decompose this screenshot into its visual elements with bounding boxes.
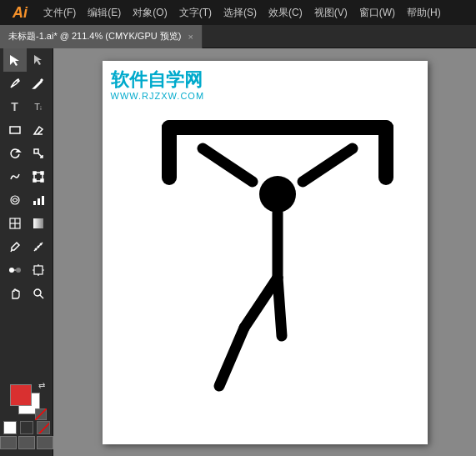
tool-row-4 (0, 118, 53, 142)
measure-tool[interactable] (27, 235, 50, 258)
column-graph-tool[interactable] (27, 188, 50, 212)
color-section: ⇄ (0, 378, 53, 456)
menu-select[interactable]: 选择(S) (218, 3, 262, 23)
svg-line-35 (278, 278, 282, 336)
tool-row-1 (0, 48, 53, 72)
inside-mode-button[interactable] (37, 436, 53, 449)
foreground-color-box[interactable] (10, 384, 32, 406)
symbol-tool[interactable] (3, 188, 27, 212)
svg-point-15 (16, 268, 21, 273)
scale-tool[interactable] (27, 142, 50, 165)
tool-row-7 (0, 188, 53, 212)
canvas-area: 软件自学网 WWW.RJZXW.COM (53, 48, 476, 456)
normal-mode-button[interactable] (0, 436, 17, 449)
watermark-url: WWW.RJZXW.COM (111, 91, 205, 102)
svg-line-25 (38, 422, 50, 434)
tab-bar: 未标题-1.ai* @ 211.4% (CMYK/GPU 预览) × (0, 25, 476, 48)
tool-row-2 (0, 72, 53, 95)
menu-window[interactable]: 窗口(W) (354, 3, 400, 23)
svg-point-31 (259, 176, 296, 213)
free-transform-tool[interactable] (27, 165, 50, 188)
watermark-title: 软件自学网 (111, 69, 205, 91)
stroke-swatch[interactable] (20, 421, 33, 434)
svg-rect-8 (38, 198, 40, 205)
svg-rect-0 (10, 127, 20, 133)
menu-edit[interactable]: 编辑(E) (83, 3, 126, 23)
swap-colors-icon[interactable]: ⇄ (38, 381, 45, 390)
svg-rect-13 (33, 218, 43, 228)
svg-point-21 (34, 289, 41, 296)
tool-row-5 (0, 142, 53, 165)
eyedropper-tool[interactable] (3, 235, 27, 258)
app-logo: Ai (7, 0, 33, 25)
menu-effect[interactable]: 效果(C) (263, 3, 308, 23)
svg-rect-16 (34, 266, 43, 274)
gradient-tool[interactable] (27, 212, 50, 235)
no-color-icon[interactable] (35, 408, 47, 419)
behind-mode-button[interactable] (18, 436, 35, 449)
tool-row-6 (0, 165, 53, 188)
svg-line-29 (203, 148, 253, 182)
menu-bar: 文件(F) 编辑(E) 对象(O) 文字(T) 选择(S) 效果(C) 视图(V… (38, 3, 469, 23)
svg-rect-3 (41, 172, 43, 174)
svg-line-33 (244, 278, 278, 328)
pen-tool[interactable] (3, 72, 27, 95)
menu-type[interactable]: 文字(T) (174, 3, 217, 23)
select-tool[interactable] (3, 48, 27, 72)
mesh-tool[interactable] (3, 212, 27, 235)
eraser-tool[interactable] (27, 118, 50, 142)
svg-point-14 (9, 268, 14, 273)
tool-row-3: T Tᵢ (0, 95, 53, 118)
drawing-mode-buttons (0, 436, 53, 453)
fill-stroke-row (3, 421, 50, 434)
menu-file[interactable]: 文件(F) (38, 3, 81, 23)
blend-tool[interactable] (3, 258, 27, 282)
svg-rect-5 (33, 179, 36, 182)
svg-line-30 (303, 148, 353, 182)
artboard: 软件自学网 WWW.RJZXW.COM (103, 61, 428, 444)
document-tab[interactable]: 未标题-1.ai* @ 211.4% (CMYK/GPU 预览) × (0, 25, 203, 48)
area-type-tool[interactable]: Tᵢ (27, 95, 50, 118)
tab-label: 未标题-1.ai* @ 211.4% (CMYK/GPU 预览) (8, 30, 181, 43)
tab-close-button[interactable]: × (188, 32, 193, 42)
watermark: 软件自学网 WWW.RJZXW.COM (111, 69, 205, 103)
main-layout: T Tᵢ (0, 48, 476, 456)
zoom-tool[interactable] (27, 282, 50, 305)
warp-tool[interactable] (3, 165, 27, 188)
menu-help[interactable]: 帮助(H) (402, 3, 446, 23)
rectangle-tool[interactable] (3, 118, 27, 142)
svg-rect-9 (42, 196, 44, 205)
tool-row-11 (0, 282, 53, 305)
pencil-tool[interactable] (27, 72, 50, 95)
type-tool[interactable]: T (3, 95, 27, 118)
hand-tool[interactable] (3, 282, 27, 305)
svg-line-34 (219, 328, 244, 386)
direct-select-tool[interactable] (27, 48, 50, 72)
artboard-tool[interactable] (27, 258, 50, 282)
svg-rect-7 (33, 201, 36, 205)
tool-row-8 (0, 212, 53, 235)
color-boxes[interactable]: ⇄ (10, 384, 43, 416)
stick-figure (153, 103, 403, 403)
toolbar: T Tᵢ (0, 48, 53, 456)
title-bar: Ai 文件(F) 编辑(E) 对象(O) 文字(T) 选择(S) 效果(C) 视… (0, 0, 476, 25)
none-swatch[interactable] (37, 421, 50, 434)
menu-view[interactable]: 视图(V) (309, 3, 353, 23)
tool-row-10 (0, 258, 53, 282)
svg-line-22 (40, 295, 43, 298)
tool-row-9 (0, 235, 53, 258)
menu-object[interactable]: 对象(O) (128, 3, 172, 23)
svg-rect-2 (33, 172, 36, 174)
svg-rect-4 (41, 179, 43, 182)
fill-swatch[interactable] (3, 421, 17, 434)
rotate-tool[interactable] (3, 142, 27, 165)
